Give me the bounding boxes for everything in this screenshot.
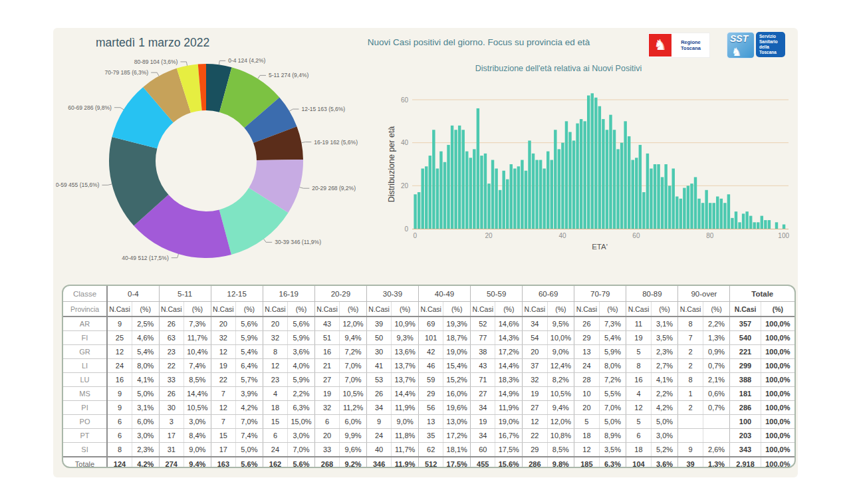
class-header-80-89: 80-89	[626, 286, 678, 302]
table-cell: 104	[626, 457, 651, 468]
table-cell: 22	[159, 359, 183, 373]
table-cell: 2,5%	[132, 316, 159, 331]
table-cell: 7	[211, 415, 235, 429]
table-cell: 100,0%	[761, 457, 794, 468]
table-cell: 11,8%	[392, 429, 419, 443]
age-bar-52	[606, 130, 608, 229]
table-cell: 77	[471, 331, 495, 345]
table-cell: 16	[626, 373, 651, 387]
class-header-12-15: 12-15	[211, 286, 263, 302]
age-bar-15	[469, 158, 472, 229]
table-cell: 512	[418, 457, 443, 468]
table-cell: 27	[314, 373, 339, 387]
age-histogram-chart: 0204060020406080100ETA'Distribuzione per…	[386, 82, 798, 263]
province-age-table: Classe0-45-1112-1516-1920-2930-3940-4950…	[63, 286, 794, 468]
donut-slice-label: 20-29 268 (9,2%)	[312, 185, 356, 191]
table-cell: 3,5%	[599, 443, 626, 457]
table-cell: 32	[263, 331, 287, 345]
age-bar-0	[414, 194, 416, 229]
subheader-pct: (%)	[183, 302, 211, 317]
table-cell: 40	[366, 443, 391, 457]
table-cell: 2,6%	[703, 443, 730, 457]
donut-leader-line	[114, 108, 124, 110]
table-cell: 9,4%	[340, 331, 367, 345]
table-cell: 63	[159, 331, 183, 345]
table-cell: 11,9%	[392, 401, 419, 415]
age-bar-89	[742, 213, 745, 229]
table-cell: 51	[314, 331, 339, 345]
table-cell: 12	[211, 401, 235, 415]
table-cell: 5,0%	[651, 415, 678, 429]
donut-slice-label: 12-15 163 (5,6%)	[302, 106, 346, 112]
table-row-total: Totale1244,2%2749,4%1635,6%1625,6%2689,2…	[63, 457, 794, 468]
class-header-60-69: 60-69	[523, 286, 574, 302]
table-cell: 21	[314, 359, 339, 373]
table-cell: 19,3%	[443, 316, 471, 331]
age-bar-56	[620, 143, 623, 229]
table-cell: 34	[523, 316, 547, 331]
table-cell: 3,0%	[288, 429, 315, 443]
table-cell: 3,0%	[183, 415, 211, 429]
donut-leader-line	[289, 109, 299, 111]
age-bar-72	[679, 199, 682, 229]
age-bar-23	[499, 190, 501, 229]
class-header-90-over: 90-over	[678, 286, 730, 302]
age-bar-58	[628, 136, 630, 229]
table-cell: 10,5%	[340, 387, 367, 401]
table-cell: 185	[574, 457, 599, 468]
donut-leader-line	[180, 62, 187, 66]
age-bar-76	[694, 177, 697, 229]
donut-leader-line	[301, 142, 311, 143]
table-cell: 11,9%	[392, 457, 419, 468]
table-cell: 5	[626, 345, 651, 359]
table-cell: 20	[211, 316, 235, 331]
subheader-pct: (%)	[392, 302, 419, 317]
sst-badge: SST ♞	[727, 32, 755, 59]
table-cell: 16,7%	[495, 429, 523, 443]
table-cell: 34	[471, 401, 495, 415]
table-cell: 50	[366, 331, 391, 345]
table-cell: 13,0%	[443, 415, 471, 429]
table-cell	[678, 415, 703, 429]
table-row-MS: MS95,0%2614,4%73,9%42,2%1910,5%2614,4%29…	[63, 387, 794, 401]
province-label: LU	[63, 373, 107, 387]
table-cell: 124	[107, 457, 132, 468]
table-cell: 100,0%	[761, 359, 794, 373]
donut-slice-label: 16-19 162 (5,6%)	[314, 139, 358, 146]
class-header-70-79: 70-79	[574, 286, 626, 302]
table-cell: 9	[107, 316, 132, 331]
table-cell: 34	[366, 401, 391, 415]
subheader-ncasi: N.Casi	[730, 302, 761, 317]
table-cell: 24	[107, 359, 132, 373]
subheader-pct: (%)	[651, 302, 678, 317]
table-cell: 7,0%	[599, 401, 626, 415]
y-tick-label: 40	[401, 139, 409, 146]
table-row-SI: SI82,3%319,0%175,0%247,0%339,6%4011,7%62…	[63, 443, 794, 457]
age-bar-54	[613, 130, 616, 229]
table-cell: 2.918	[730, 457, 761, 468]
sst-text: ServizioSanitariodellaToscana	[756, 32, 785, 57]
table-cell: 18	[263, 401, 287, 415]
table-cell: 4,6%	[132, 331, 159, 345]
table-cell: 12	[574, 443, 599, 457]
age-bar-100	[783, 225, 785, 229]
class-header-50-59: 50-59	[471, 286, 523, 302]
age-bar-10	[451, 126, 453, 229]
table-cell: 12	[523, 415, 547, 429]
table-cell: 12	[107, 345, 132, 359]
donut-slice-label: 0-4 124 (4,2%)	[228, 57, 265, 64]
table-cell: 9,0%	[392, 415, 419, 429]
table-cell: 19	[314, 387, 339, 401]
table-cell: 56	[418, 401, 443, 415]
table-cell: 29	[574, 331, 599, 345]
table-row-PT: PT63,0%178,4%157,4%63,0%209,9%2411,8%351…	[63, 429, 794, 443]
table-cell: 5,9%	[288, 373, 315, 387]
age-bar-12	[458, 126, 461, 229]
class-header-16-19: 16-19	[263, 286, 314, 302]
age-bar-59	[632, 160, 634, 229]
province-age-table-container: Classe0-45-1112-1516-1920-2930-3940-4950…	[62, 285, 796, 468]
table-cell: 346	[366, 457, 391, 468]
age-bar-26	[510, 164, 513, 229]
table-cell: 18	[574, 429, 599, 443]
table-cell: 5,6%	[236, 316, 263, 331]
